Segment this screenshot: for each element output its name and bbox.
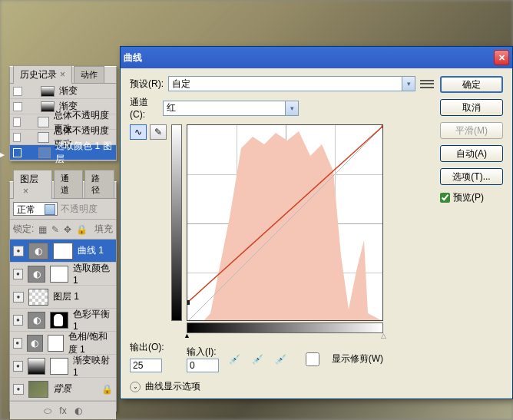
input-gradient [187,322,383,333]
visibility-icon[interactable] [13,384,24,395]
histogram [187,125,383,321]
layer-row[interactable]: 图层 1 [10,286,116,309]
curve-canvas[interactable] [187,124,383,321]
black-point-slider[interactable]: ▲ [184,332,190,339]
options-button[interactable]: 选项(T)... [440,168,503,185]
channel-label: 通道(C): [130,96,158,120]
chevron-down-icon[interactable] [402,76,415,91]
visibility-icon[interactable] [13,292,24,303]
history-item[interactable]: 渐变 [10,84,116,99]
black-eyedropper-icon[interactable]: 💉 [227,352,242,366]
link-icon[interactable]: ⬭ [44,405,51,416]
preset-menu-icon[interactable] [420,78,434,90]
brush-source-icon[interactable]: ▸ [13,148,22,157]
curves-dialog: 曲线 ✕ 预设(R): 通道(C): ∿ ✎ [120,46,513,399]
history-item[interactable]: ▸选取颜色 1 图层 [10,145,116,160]
tab-history[interactable]: 历史记录× [13,65,72,84]
ok-button[interactable]: 确定 [440,76,503,93]
lock-icon: 🔒 [101,384,113,395]
lock-paint-icon[interactable]: ✎ [51,224,59,235]
cancel-button[interactable]: 取消 [440,99,503,116]
tab-paths[interactable]: 路径 [84,170,114,198]
tab-actions[interactable]: 动作 [74,66,104,83]
lock-position-icon[interactable]: ✥ [64,224,71,235]
mask-icon[interactable]: ◐ [74,405,82,416]
layer-row[interactable]: 选取颜色 1 [10,263,116,286]
lock-transparency-icon[interactable]: ▦ [38,224,47,235]
input-field[interactable] [187,359,219,372]
layer-row[interactable]: 渐变映射 1 [10,355,116,378]
white-point-slider[interactable]: △ [381,332,386,339]
preview-checkbox[interactable]: 预览(P) [440,191,503,204]
visibility-icon[interactable] [13,269,23,279]
curve-draw-tool[interactable]: ✎ [150,124,167,140]
visibility-icon[interactable] [13,315,23,326]
visibility-icon[interactable] [13,246,24,256]
chevron-down-icon[interactable] [286,101,299,116]
blend-mode-select[interactable]: 正常 [13,202,58,216]
auto-button[interactable]: 自动(A) [440,145,503,162]
layers-tabs: 图层× 通道 路径 [10,182,116,199]
white-eyedropper-icon[interactable]: 💉 [273,352,288,366]
tab-layers[interactable]: 图层× [13,170,52,199]
close-button[interactable]: ✕ [494,50,509,65]
dialog-titlebar[interactable]: 曲线 ✕ [121,47,512,68]
output-label: 输出(O): [130,341,164,354]
tab-channels[interactable]: 通道 [54,170,84,198]
layer-row[interactable]: 背景🔒 [10,378,116,401]
output-field[interactable] [130,359,162,372]
gray-eyedropper-icon[interactable]: 💉 [250,352,265,366]
close-tab-icon[interactable]: × [23,186,28,197]
smooth-button: 平滑(M) [440,122,503,139]
fill-label: 填充 [94,223,113,236]
lock-label: 锁定: [13,223,34,236]
curve-point[interactable] [382,125,383,127]
visibility-icon[interactable] [13,361,23,372]
preset-label: 预设(R): [130,78,164,91]
history-tabs: 历史记录× 动作 [10,67,116,84]
chevron-icon: ⌄ [130,382,141,392]
input-label: 输入(I): [187,346,219,359]
history-palette: 历史记录× 动作 渐变 渐变 总体不透明度更改 总体不透明度更改 ▸选取颜色 1… [9,66,117,161]
layer-row[interactable]: 色相/饱和度 1 [10,332,116,355]
layers-footer: ⬭ fx ◐ [10,401,116,419]
output-gradient [171,124,182,321]
channel-combo[interactable] [163,101,299,116]
layer-row[interactable]: 色彩平衡 1 [10,309,116,332]
opacity-label: 不透明度 [61,203,98,216]
lock-all-icon[interactable]: 🔒 [76,224,88,235]
curve-display-expand[interactable]: ⌄ 曲线显示选项 [130,380,434,393]
layers-palette: 图层× 通道 路径 正常 不透明度 锁定: ▦ ✎ ✥ 🔒 填充 曲线 1 选取… [9,181,117,412]
dialog-title: 曲线 [124,51,142,64]
curve-point[interactable] [187,300,190,305]
layer-row[interactable]: 曲线 1 [10,240,116,263]
preset-combo[interactable] [168,76,415,91]
close-tab-icon[interactable]: × [60,69,65,80]
fx-icon[interactable]: fx [59,405,66,416]
show-clipping-checkbox[interactable]: 显示修剪(W) [296,352,383,366]
curve-point-tool[interactable]: ∿ [130,124,147,140]
visibility-icon[interactable] [13,338,22,349]
